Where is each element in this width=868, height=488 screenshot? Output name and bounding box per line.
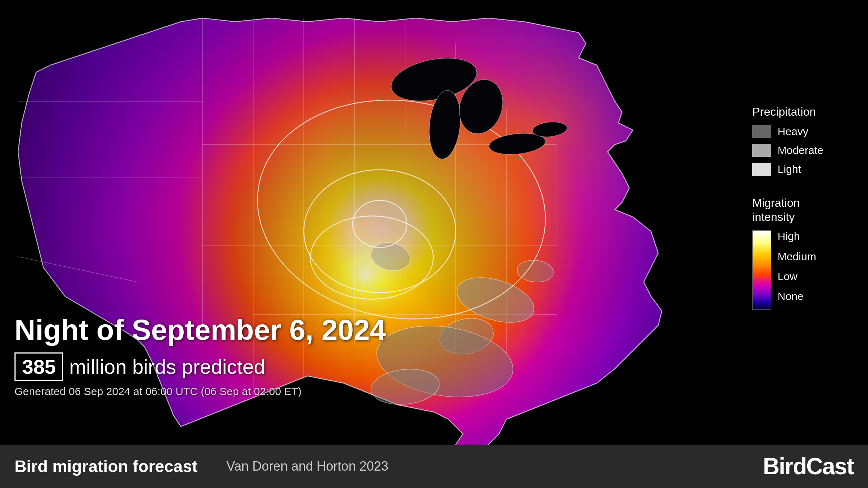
legend: Precipitation Heavy Moderate Light Migra… xyxy=(745,0,868,445)
bottom-bar: Bird migration forecast Van Doren and Ho… xyxy=(0,445,868,488)
overlay-info: Night of September 6, 2024 385 million b… xyxy=(14,313,386,398)
legend-item-heavy: Heavy xyxy=(752,125,861,138)
moderate-label: Moderate xyxy=(778,144,824,157)
date-title: Night of September 6, 2024 xyxy=(14,313,386,347)
generated-text: Generated 06 Sep 2024 at 06:00 UTC (06 S… xyxy=(14,385,386,398)
migration-title: Migration intensity xyxy=(752,196,861,224)
heavy-label: Heavy xyxy=(778,125,808,138)
migration-labels: High Medium Low None xyxy=(778,230,816,303)
moderate-swatch xyxy=(752,144,771,157)
migration-gradient-swatch xyxy=(752,230,771,310)
count-box: 385 xyxy=(14,352,63,381)
map-container: Night of September 6, 2024 385 million b… xyxy=(0,0,868,445)
migration-label-medium: Medium xyxy=(778,251,816,263)
heavy-swatch xyxy=(752,125,771,138)
bottom-subtitle: Van Doren and Horton 2023 xyxy=(226,459,763,474)
migration-label-high: High xyxy=(778,230,816,243)
migration-label-low: Low xyxy=(778,270,816,283)
legend-item-moderate: Moderate xyxy=(752,144,861,157)
migration-label-none: None xyxy=(778,290,816,303)
birds-count: 385 million birds predicted xyxy=(14,352,386,381)
light-swatch xyxy=(752,163,771,176)
legend-item-light: Light xyxy=(752,163,861,176)
birdcast-logo: BirdCast xyxy=(763,453,854,480)
light-label: Light xyxy=(778,163,801,175)
precipitation-title: Precipitation xyxy=(752,105,861,119)
count-suffix: million birds predicted xyxy=(69,355,265,378)
bottom-title: Bird migration forecast xyxy=(14,457,197,476)
